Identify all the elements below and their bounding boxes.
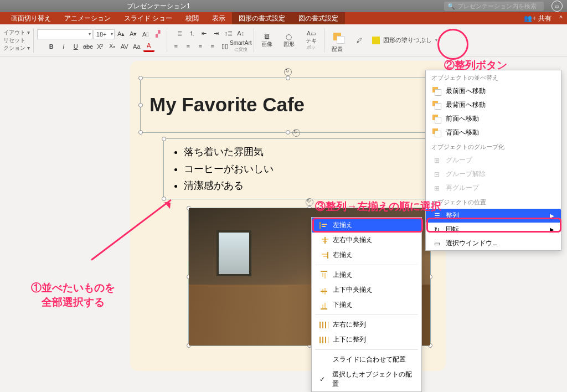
align-left-item[interactable]: 左揃え xyxy=(312,218,421,233)
ungroup-item: ⊟グループ解除 xyxy=(426,167,561,181)
feedback-icon[interactable]: ☺ xyxy=(551,1,563,12)
list-item: コーヒーがおいしい xyxy=(184,161,420,178)
grow-font-button[interactable]: A▴ xyxy=(116,29,127,40)
slide-title-text[interactable]: My Favorite Cafe xyxy=(141,78,435,131)
picture-icon: 🖼 xyxy=(264,34,270,40)
body-list[interactable]: 落ち着いた雰囲気 コーヒーがおいしい 清潔感がある xyxy=(164,139,429,199)
clear-format-button[interactable]: A⃠ xyxy=(140,29,151,40)
annotation-2: ②整列ボタン xyxy=(444,58,507,73)
send-to-back-item[interactable]: 最背面へ移動 xyxy=(426,98,561,112)
font-family-dropdown[interactable] xyxy=(37,29,92,39)
resize-handle[interactable] xyxy=(138,130,143,135)
layout-dropdown[interactable]: イアウト ▾ xyxy=(3,29,30,37)
eraser-icon[interactable]: ▞ xyxy=(152,29,163,40)
bring-forward-item[interactable]: 前面へ移動 xyxy=(426,112,561,126)
distribute-v-icon xyxy=(319,337,328,343)
body-textbox[interactable]: 落ち着いた雰囲気 コーヒーがおいしい 清潔感がある xyxy=(163,138,429,199)
tab-shape-format[interactable]: 図形の書式設定 xyxy=(232,12,292,24)
arrange-button[interactable]: 配置 xyxy=(328,28,347,52)
search-icon: 🔍 xyxy=(447,3,455,10)
rotate-handle-icon[interactable] xyxy=(306,198,313,206)
distribute-v-item[interactable]: 上下に整列 xyxy=(312,332,421,347)
align-to-slide-item[interactable]: スライドに合わせて配置 xyxy=(312,352,421,367)
insert-textbox-button[interactable]: A▭ テキ ボッ xyxy=(302,30,321,50)
insert-picture-button[interactable]: 🖼 画像 xyxy=(257,34,276,47)
search-box[interactable]: 🔍 プレゼンテーション内を検索 xyxy=(444,2,544,11)
rotate-handle-icon[interactable] xyxy=(292,129,300,137)
chevron-down-icon: ▾ xyxy=(435,38,437,43)
bold-button[interactable]: B xyxy=(46,41,57,52)
textbox-icon: A▭ xyxy=(307,30,316,37)
resize-handle[interactable] xyxy=(286,76,290,80)
align-middle-v-icon xyxy=(321,286,327,295)
shapes-icon: ◯ xyxy=(286,34,292,40)
chevron-right-icon: ▶ xyxy=(550,226,554,233)
share-icon: 👥+ xyxy=(524,14,536,22)
superscript-button[interactable]: X² xyxy=(95,41,106,52)
fill-color-swatch xyxy=(372,37,380,44)
align-left-button[interactable]: ≡ xyxy=(171,41,182,52)
resize-handle[interactable] xyxy=(286,130,290,135)
collapse-ribbon-icon[interactable]: ^ xyxy=(559,14,563,22)
tab-transitions[interactable]: 画面切り替え xyxy=(4,12,58,24)
columns-button[interactable]: ▯▯ xyxy=(219,41,230,52)
shape-fill-dropdown[interactable]: 図形の塗りつぶし ▾ xyxy=(372,36,437,44)
tab-picture-format[interactable]: 図の書式設定 xyxy=(292,12,345,24)
align-submenu-item[interactable]: ☰整列▶ xyxy=(426,209,561,223)
increase-indent-button[interactable]: ⇥ xyxy=(211,28,222,39)
resize-handle[interactable] xyxy=(138,76,143,80)
align-bottom-item[interactable]: 下揃え xyxy=(312,297,421,312)
send-backward-item[interactable]: 背面へ移動 xyxy=(426,126,561,140)
group-item: ⊞グループ xyxy=(426,153,561,167)
align-center-h-item[interactable]: 左右中央揃え xyxy=(312,233,421,247)
rotate-submenu-item[interactable]: ↻回転▶ xyxy=(426,223,561,236)
align-to-selection-item[interactable]: ✓選択したオブジェクトの配置 xyxy=(312,367,421,391)
underline-button[interactable]: U xyxy=(70,41,81,52)
rotate-handle-icon[interactable] xyxy=(284,68,292,76)
align-center-button[interactable]: ≡ xyxy=(183,41,194,52)
smartart-button[interactable]: SmartArt に変換 xyxy=(231,40,250,53)
distribute-h-item[interactable]: 左右に整列 xyxy=(312,317,421,332)
panel-section-header: オブジェクトのグループ化 xyxy=(426,140,561,153)
subscript-button[interactable]: X₂ xyxy=(107,41,118,52)
resize-handle[interactable] xyxy=(162,137,166,141)
strike-button[interactable]: abc xyxy=(83,41,94,52)
selection-pane-item[interactable]: ▭選択ウインドウ... xyxy=(426,236,561,250)
align-top-item[interactable]: 上揃え xyxy=(312,267,421,282)
italic-button[interactable]: I xyxy=(58,41,69,52)
search-placeholder: プレゼンテーション内を検索 xyxy=(457,2,537,11)
font-size-dropdown[interactable]: 18+ xyxy=(94,29,115,39)
change-case-button[interactable]: Aa xyxy=(131,41,142,52)
decrease-indent-button[interactable]: ⇤ xyxy=(199,28,210,39)
title-bar-right: 🔍 プレゼンテーション内を検索 ☺ xyxy=(444,1,567,12)
section-dropdown[interactable]: クション ▾ xyxy=(3,44,30,52)
bullets-button[interactable]: ≣ xyxy=(174,28,185,39)
font-color-button[interactable]: A xyxy=(143,41,154,52)
layer-icon xyxy=(432,115,441,123)
insert-shape-button[interactable]: ◯ 図形 xyxy=(280,34,298,47)
tab-slideshow[interactable]: スライド ショー xyxy=(117,12,179,24)
line-spacing-button[interactable]: ↕≣ xyxy=(223,28,234,39)
shrink-font-button[interactable]: A▾ xyxy=(128,29,139,40)
rotate-icon: ↻ xyxy=(432,225,441,234)
tab-view[interactable]: 表示 xyxy=(205,12,232,24)
title-textbox[interactable]: My Favorite Cafe xyxy=(140,78,436,133)
tab-review[interactable]: 校閲 xyxy=(179,12,205,24)
text-direction-button[interactable]: A↕ xyxy=(235,28,246,39)
resize-handle[interactable] xyxy=(138,103,143,107)
share-button[interactable]: 👥+ 共有 xyxy=(518,14,557,23)
align-right-item[interactable]: 右揃え xyxy=(312,247,421,262)
align-justify-button[interactable]: ≡ xyxy=(207,41,218,52)
document-title: プレゼンテーション1 xyxy=(127,2,190,11)
selection-pane-icon: ▭ xyxy=(432,239,441,248)
bring-to-front-item[interactable]: 最前面へ移動 xyxy=(426,84,561,98)
quick-styles-button[interactable]: 🖊 xyxy=(350,37,369,43)
annotation-1: ①並べたいものを 全部選択する xyxy=(31,281,115,310)
align-middle-v-item[interactable]: 上下中央揃え xyxy=(312,282,421,297)
align-submenu: 左揃え 左右中央揃え 右揃え 上揃え 上下中央揃え 下揃え 左右に整列 上下に整… xyxy=(311,217,422,392)
tab-animations[interactable]: アニメーション xyxy=(58,12,117,24)
align-right-button[interactable]: ≡ xyxy=(195,41,206,52)
numbering-button[interactable]: ⒈ xyxy=(187,28,198,39)
char-spacing-button[interactable]: AV xyxy=(119,41,130,52)
reset-button[interactable]: リセット xyxy=(3,37,30,44)
